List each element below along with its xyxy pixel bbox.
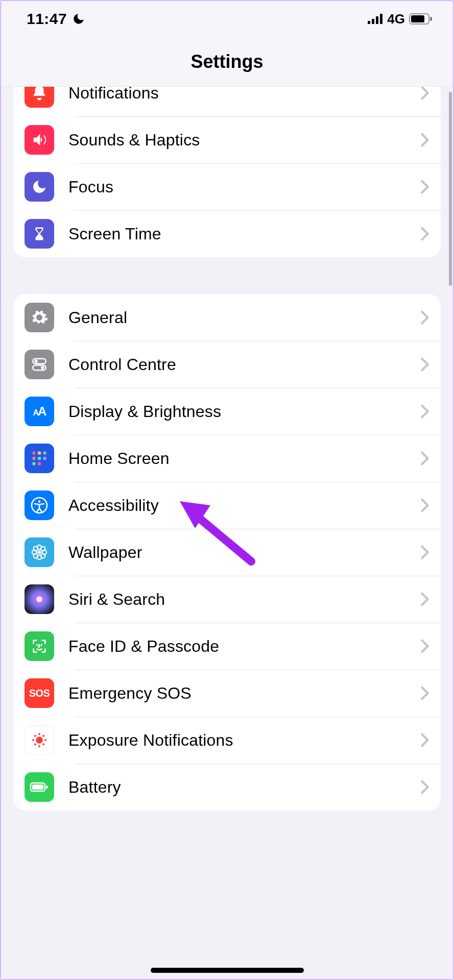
svg-rect-13 — [43, 452, 46, 455]
row-siri-search[interactable]: Siri & Search — [13, 576, 441, 623]
row-display-brightness[interactable]: AA Display & Brightness — [13, 388, 441, 435]
svg-rect-17 — [33, 462, 36, 465]
row-faceid-passcode[interactable]: Face ID & Passcode — [13, 623, 441, 670]
row-label: Display & Brightness — [68, 402, 420, 421]
chevron-right-icon — [420, 133, 429, 147]
chevron-right-icon — [420, 87, 429, 100]
row-screen-time[interactable]: Screen Time — [13, 210, 441, 257]
chevron-right-icon — [420, 545, 429, 559]
svg-point-35 — [44, 739, 46, 741]
toggles-icon — [25, 350, 54, 379]
settings-group-alerts: Notifications Sounds & Haptics Focus — [13, 87, 441, 257]
row-label: Wallpaper — [68, 543, 420, 562]
row-label: Siri & Search — [68, 590, 420, 609]
row-label: Exposure Notifications — [68, 731, 420, 750]
settings-scroll[interactable]: Notifications Sounds & Haptics Focus — [1, 87, 453, 979]
row-label: Control Centre — [68, 355, 420, 374]
svg-point-39 — [42, 743, 44, 745]
row-label: Battery — [68, 778, 420, 797]
row-notifications[interactable]: Notifications — [13, 87, 441, 116]
accessibility-icon — [25, 491, 54, 520]
svg-rect-15 — [38, 457, 41, 460]
status-left: 11:47 — [27, 10, 85, 28]
battery-icon — [25, 772, 54, 802]
cellular-signal-icon — [368, 14, 383, 24]
row-label: Face ID & Passcode — [68, 637, 420, 656]
svg-rect-6 — [430, 17, 432, 21]
row-emergency-sos[interactable]: SOS Emergency SOS — [13, 670, 441, 717]
row-accessibility[interactable]: Accessibility — [13, 482, 441, 529]
row-sounds-haptics[interactable]: Sounds & Haptics — [13, 116, 441, 163]
status-bar: 11:47 4G — [1, 1, 453, 37]
chevron-right-icon — [420, 310, 429, 325]
svg-point-31 — [36, 737, 43, 744]
svg-rect-14 — [33, 457, 36, 460]
svg-point-38 — [34, 743, 36, 745]
svg-rect-42 — [46, 786, 48, 789]
svg-rect-18 — [38, 462, 41, 465]
svg-point-30 — [36, 596, 42, 602]
chevron-right-icon — [420, 451, 429, 465]
chevron-right-icon — [420, 780, 429, 794]
svg-rect-1 — [372, 19, 374, 24]
row-label: General — [68, 308, 420, 327]
svg-rect-12 — [38, 452, 41, 455]
network-type: 4G — [387, 11, 405, 27]
svg-rect-41 — [32, 785, 43, 790]
svg-rect-3 — [380, 14, 383, 24]
svg-rect-11 — [33, 452, 36, 455]
exposure-icon — [25, 725, 54, 755]
svg-rect-2 — [376, 16, 378, 24]
svg-point-20 — [38, 500, 41, 503]
sos-icon: SOS — [25, 678, 54, 708]
svg-point-8 — [35, 360, 38, 363]
chevron-right-icon — [420, 639, 429, 653]
hourglass-icon — [25, 219, 54, 249]
gear-icon — [25, 303, 54, 332]
chevron-right-icon — [420, 180, 429, 194]
apps-grid-icon — [25, 444, 54, 473]
svg-point-32 — [38, 733, 40, 735]
scroll-indicator — [449, 92, 452, 286]
svg-point-34 — [32, 739, 34, 741]
row-wallpaper[interactable]: Wallpaper — [13, 529, 441, 576]
row-exposure-notifications[interactable]: Exposure Notifications — [13, 717, 441, 764]
svg-rect-16 — [43, 457, 46, 460]
row-label: Home Screen — [68, 449, 420, 468]
siri-icon — [25, 584, 54, 614]
row-focus[interactable]: Focus — [13, 163, 441, 210]
row-battery[interactable]: Battery — [13, 764, 441, 811]
row-label: Emergency SOS — [68, 684, 420, 703]
chevron-right-icon — [420, 227, 429, 241]
row-control-centre[interactable]: Control Centre — [13, 341, 441, 388]
chevron-right-icon — [420, 498, 429, 512]
home-indicator — [151, 968, 304, 973]
moon-icon — [72, 12, 85, 26]
faceid-icon — [25, 631, 54, 661]
flower-icon — [25, 537, 54, 567]
chevron-right-icon — [420, 592, 429, 606]
row-general[interactable]: General — [13, 294, 441, 341]
status-right: 4G — [368, 11, 433, 27]
svg-point-10 — [41, 366, 44, 369]
chevron-right-icon — [420, 686, 429, 700]
svg-point-21 — [37, 550, 41, 554]
svg-point-33 — [38, 745, 40, 747]
chevron-right-icon — [420, 733, 429, 747]
row-label: Accessibility — [68, 496, 420, 515]
svg-rect-5 — [411, 15, 424, 22]
battery-icon — [409, 13, 433, 24]
speaker-icon — [25, 125, 54, 155]
text-size-icon: AA — [25, 397, 54, 426]
row-label: Sounds & Haptics — [68, 131, 420, 150]
svg-point-36 — [34, 735, 36, 737]
row-label: Focus — [68, 178, 420, 197]
status-time: 11:47 — [27, 10, 67, 28]
moon-icon — [25, 172, 54, 202]
row-home-screen[interactable]: Home Screen — [13, 435, 441, 482]
svg-rect-0 — [368, 21, 370, 24]
settings-group-general: General Control Centre AA — [13, 294, 441, 811]
row-label: Notifications — [68, 87, 420, 103]
row-label: Screen Time — [68, 225, 420, 243]
page-title: Settings — [1, 37, 453, 87]
